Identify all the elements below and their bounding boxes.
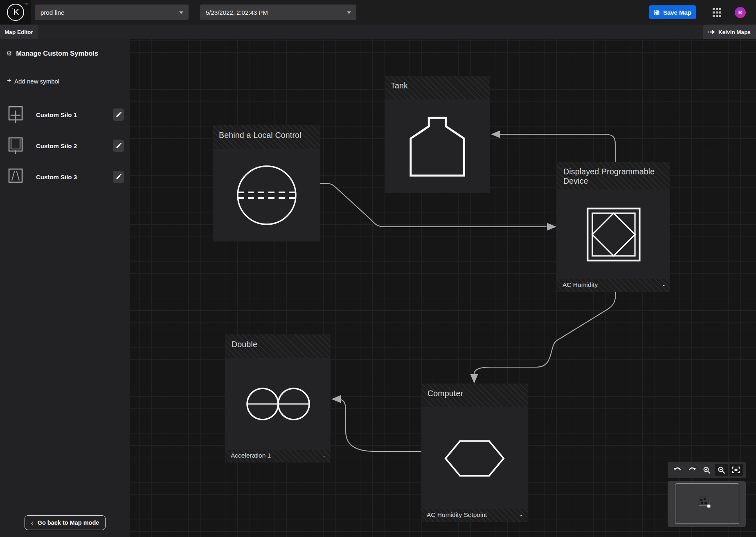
gear-icon: ⚙: [6, 50, 12, 57]
arrowhead-left-icon: [491, 131, 500, 138]
pencil-icon: [116, 143, 122, 149]
redo-button[interactable]: [685, 464, 699, 476]
tank-symbol-icon: [406, 115, 468, 178]
edit-symbol-button[interactable]: [113, 140, 124, 152]
node-body: [213, 149, 320, 241]
plus-icon: +: [7, 76, 11, 85]
custom-silo-1-icon: [8, 106, 23, 124]
app-switcher-icon[interactable]: [713, 8, 721, 17]
time-select-value: 5/23/2022, 2:02:43 PM: [206, 9, 268, 16]
go-back-map-mode-button[interactable]: ‹ Go back to Map mode: [25, 515, 106, 530]
kelvin-logo-block: 'K ™: [0, 0, 31, 25]
kelvin-maps-link[interactable]: Kelvin Maps: [703, 25, 756, 39]
save-floppy-icon: [654, 9, 660, 16]
edit-symbol-button[interactable]: [113, 171, 124, 183]
dashed-circle-symbol-icon: [236, 165, 297, 226]
map-select-value: prod-line: [40, 9, 64, 16]
node-title: Displayed Programmable Device: [563, 167, 655, 185]
undo-icon: [673, 467, 682, 473]
go-back-label: Go back to Map mode: [38, 519, 99, 526]
node-title: Behind a Local Control: [219, 131, 302, 140]
minimap[interactable]: [668, 481, 746, 527]
save-map-label: Save Map: [663, 9, 691, 16]
redo-icon: [688, 467, 696, 473]
sidebar-title: Manage Custom Symbols: [16, 50, 98, 57]
time-select-dropdown[interactable]: 5/23/2022, 2:02:43 PM: [200, 5, 356, 20]
symbol-item-label: Custom Silo 3: [36, 174, 77, 181]
node-footer: AC Humidity -: [557, 279, 670, 292]
edge-dpd-to-tank[interactable]: [500, 134, 615, 162]
custom-silo-2-icon: [8, 137, 23, 155]
fit-view-button[interactable]: [729, 464, 743, 476]
tab-map-editor-label: Map Editor: [4, 29, 33, 35]
node-footer: Acceleration 1 -: [225, 450, 331, 463]
node-title: Computer: [428, 389, 463, 398]
map-select-dropdown[interactable]: prod-line: [35, 5, 189, 20]
node-title-bar: Double: [225, 334, 331, 358]
logo-apostrophe: ': [12, 7, 13, 13]
sidebar-header: ⚙ Manage Custom Symbols: [0, 39, 130, 57]
add-new-symbol-button[interactable]: + Add new symbol: [7, 77, 130, 86]
zoom-in-button[interactable]: [700, 464, 713, 476]
user-avatar[interactable]: R: [735, 7, 746, 18]
node-body: [421, 407, 528, 509]
node-metric-label: Acceleration 1: [231, 451, 271, 460]
symbol-item-label: Custom Silo 1: [36, 111, 77, 118]
node-displayed-programmable-device[interactable]: Displayed Programmable Device AC Humidit…: [557, 162, 670, 292]
double-circle-symbol-icon: [246, 387, 310, 421]
symbol-item-label: Custom Silo 2: [36, 142, 77, 149]
node-title-bar: Behind a Local Control: [213, 125, 320, 149]
edit-symbol-button[interactable]: [113, 108, 124, 121]
node-metric-value: -: [323, 451, 325, 460]
node-title: Tank: [391, 81, 408, 90]
top-bar: 'K ™ prod-line 5/23/2022, 2:02:43 PM Sav…: [0, 0, 756, 25]
hexagon-symbol-icon: [444, 440, 505, 477]
custom-symbols-sidebar: ⚙ Manage Custom Symbols + Add new symbol…: [0, 39, 130, 537]
goto-arrow-icon: [708, 29, 715, 34]
add-new-symbol-label: Add new symbol: [14, 78, 59, 85]
minimap-position-dot: [706, 504, 711, 508]
edge-computer-to-double[interactable]: [337, 399, 421, 451]
node-body: [385, 99, 490, 193]
symbol-item-custom-silo-2[interactable]: Custom Silo 2: [0, 130, 130, 161]
node-tank[interactable]: Tank: [385, 76, 490, 193]
arrowhead-left-icon: [331, 395, 341, 403]
node-footer: AC Humidity Setpoint -: [421, 509, 528, 522]
symbol-list: Custom Silo 1 Custom Silo 2: [0, 99, 130, 192]
zoom-in-icon: [703, 467, 710, 474]
pencil-icon: [116, 174, 122, 180]
arrowhead-right-icon: [547, 223, 556, 231]
node-body: [225, 358, 331, 450]
minimap-viewport[interactable]: [675, 483, 739, 524]
avatar-initial: R: [738, 9, 742, 16]
edge-dpd-to-computer[interactable]: [474, 292, 616, 374]
save-map-button[interactable]: Save Map: [649, 5, 696, 19]
custom-silo-3-icon: [8, 168, 23, 186]
node-computer[interactable]: Computer AC Humidity Setpoint -: [421, 384, 528, 522]
chevron-down-icon: [179, 11, 183, 14]
map-canvas[interactable]: Tank Behind a Local Control Displayed Pr…: [130, 39, 756, 537]
logo-letter: K: [13, 7, 19, 18]
node-double[interactable]: Double Acceleration 1 -: [225, 334, 331, 463]
node-title: Double: [232, 340, 257, 349]
canvas-controls: [668, 462, 746, 478]
node-metric-value: -: [663, 281, 665, 290]
node-title-bar: Displayed Programmable Device: [557, 162, 670, 190]
chevron-down-icon: [347, 11, 351, 14]
trademark-mark: ™: [24, 2, 28, 7]
fit-view-icon: [732, 467, 740, 473]
symbol-item-custom-silo-3[interactable]: Custom Silo 3: [0, 161, 130, 192]
node-body: [557, 190, 670, 279]
node-behind-a-local-control[interactable]: Behind a Local Control: [213, 125, 320, 241]
zoom-out-button[interactable]: [715, 464, 728, 476]
undo-button[interactable]: [670, 464, 684, 476]
kelvin-maps-label: Kelvin Maps: [718, 29, 751, 35]
tab-map-editor[interactable]: Map Editor: [0, 25, 38, 39]
node-title-bar: Computer: [421, 384, 528, 407]
node-metric-value: -: [520, 511, 522, 520]
symbol-item-custom-silo-1[interactable]: Custom Silo 1: [0, 99, 130, 130]
zoom-out-icon: [718, 467, 725, 474]
kelvin-logo: 'K: [7, 4, 24, 21]
chevron-left-icon: ‹: [31, 519, 33, 526]
node-metric-label: AC Humidity Setpoint: [427, 511, 487, 519]
